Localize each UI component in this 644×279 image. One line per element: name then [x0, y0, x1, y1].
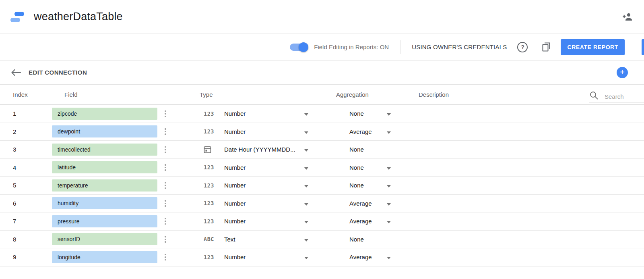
type-select[interactable]: Number: [221, 218, 304, 225]
aggregation-select[interactable]: None: [336, 164, 387, 171]
aggregation-dropdown-arrow[interactable]: [387, 185, 391, 187]
field-menu-button[interactable]: [162, 199, 169, 208]
create-report-button[interactable]: CREATE REPORT: [561, 39, 625, 55]
aggregation-dropdown-arrow[interactable]: [387, 221, 391, 223]
field-chip[interactable]: temperature: [52, 179, 157, 192]
table-row: 8 sensorID ABC Text None: [0, 231, 644, 249]
aggregation-select[interactable]: None: [336, 146, 387, 153]
description-cell[interactable]: [419, 195, 644, 212]
help-icon[interactable]: ?: [517, 42, 528, 52]
aggregation-select[interactable]: Average: [336, 254, 387, 260]
type-select[interactable]: Number: [221, 200, 304, 207]
aggregation-select[interactable]: Average: [336, 128, 387, 135]
field-name: humidity: [58, 200, 78, 206]
type-dropdown-arrow[interactable]: [304, 113, 308, 116]
description-cell[interactable]: [419, 177, 644, 194]
type-icon-cell: ABC: [200, 236, 221, 242]
type-label: Number: [224, 182, 246, 189]
field-chip[interactable]: longitude: [52, 251, 157, 263]
aggregation-select[interactable]: None: [336, 110, 387, 117]
type-select[interactable]: Number: [221, 164, 304, 171]
aggregation-select[interactable]: None: [336, 236, 387, 243]
type-select[interactable]: Number: [221, 128, 304, 135]
aggregation-dropdown-arrow[interactable]: [387, 167, 391, 170]
field-chip[interactable]: dewpoint: [52, 125, 157, 137]
search-icon[interactable]: [589, 91, 599, 100]
aggregation-select[interactable]: Average: [336, 200, 387, 207]
menu-cell: [157, 181, 200, 190]
description-cell[interactable]: [419, 248, 644, 266]
description-cell[interactable]: [419, 105, 644, 123]
field-editing-toggle[interactable]: [290, 43, 308, 51]
aggregation-arrow-cell: [387, 236, 419, 243]
type-select[interactable]: Text: [221, 236, 304, 243]
type-select[interactable]: Number: [221, 182, 304, 189]
type-icon-cell: 123: [200, 182, 221, 189]
field-chip[interactable]: pressure: [52, 215, 157, 227]
description-cell[interactable]: [419, 141, 644, 158]
type-dropdown-arrow[interactable]: [304, 203, 308, 206]
person-add-icon[interactable]: [622, 12, 633, 21]
field-menu-button[interactable]: [162, 181, 169, 190]
type-icon-cell: 123: [200, 164, 221, 171]
column-header-type: Type: [200, 91, 304, 98]
description-cell[interactable]: [419, 123, 644, 141]
field-menu-button[interactable]: [162, 163, 169, 172]
add-field-button[interactable]: +: [617, 67, 628, 78]
field-chip[interactable]: sensorID: [52, 233, 157, 245]
menu-cell: [157, 199, 200, 208]
field-menu-button[interactable]: [162, 253, 169, 262]
page-title: weatherDataTable: [34, 10, 123, 23]
type-dropdown-arrow[interactable]: [304, 167, 308, 170]
menu-cell: [157, 253, 200, 262]
back-arrow-icon[interactable]: [10, 69, 21, 76]
type-dropdown-arrow[interactable]: [304, 131, 308, 134]
type-dropdown-arrow[interactable]: [304, 149, 308, 152]
field-menu-button[interactable]: [162, 145, 169, 154]
type-dropdown-arrow[interactable]: [304, 257, 308, 259]
type-label: Number: [224, 128, 246, 135]
type-arrow-cell: [304, 110, 336, 117]
type-label: Number: [224, 164, 246, 171]
field-name: latitude: [58, 164, 76, 171]
field-menu-button[interactable]: [162, 109, 169, 119]
type-select[interactable]: Number: [221, 110, 304, 117]
description-cell[interactable]: [419, 212, 644, 230]
field-name: sensorID: [58, 236, 80, 242]
type-arrow-cell: [304, 164, 336, 171]
field-name: longitude: [58, 254, 80, 260]
aggregation-dropdown-arrow[interactable]: [387, 257, 391, 259]
field-chip[interactable]: latitude: [52, 161, 157, 173]
field-menu-button[interactable]: [162, 217, 169, 226]
menu-cell: [157, 163, 200, 172]
aggregation-arrow-cell: [387, 254, 419, 260]
aggregation-dropdown-arrow[interactable]: [387, 113, 391, 116]
credentials-label[interactable]: USING OWNER'S CREDENTIALS: [412, 44, 507, 50]
type-dropdown-arrow[interactable]: [304, 185, 308, 187]
field-chip[interactable]: timecollected: [52, 144, 157, 156]
description-cell[interactable]: [419, 159, 644, 177]
aggregation-dropdown-arrow[interactable]: [387, 203, 391, 206]
type-dropdown-arrow[interactable]: [304, 239, 308, 242]
toolbar: Field Editing in Reports: ON USING OWNER…: [0, 34, 644, 60]
aggregation-select[interactable]: Average: [336, 218, 387, 225]
field-cell: zipcode: [52, 108, 157, 120]
type-select[interactable]: Date Hour (YYYYMMDD...: [221, 146, 304, 153]
field-chip[interactable]: humidity: [52, 197, 157, 209]
field-chip[interactable]: zipcode: [52, 108, 157, 120]
type-dropdown-arrow[interactable]: [304, 221, 308, 223]
search-input[interactable]: [605, 93, 641, 100]
aggregation-arrow-cell: [387, 182, 419, 189]
copy-icon[interactable]: [541, 42, 551, 52]
type-label: Number: [224, 254, 246, 260]
aggregation-select[interactable]: None: [336, 182, 387, 189]
type-select[interactable]: Number: [221, 254, 304, 260]
aggregation-arrow-cell: [387, 164, 419, 171]
table-row: 4 latitude 123 Number None: [0, 159, 644, 177]
description-cell[interactable]: [419, 231, 644, 248]
table-row: 5 temperature 123 Number None: [0, 177, 644, 195]
field-menu-button[interactable]: [162, 235, 169, 244]
field-menu-button[interactable]: [162, 127, 169, 136]
aggregation-dropdown-arrow[interactable]: [387, 131, 391, 134]
table-row: 2 dewpoint 123 Number Average: [0, 123, 644, 141]
